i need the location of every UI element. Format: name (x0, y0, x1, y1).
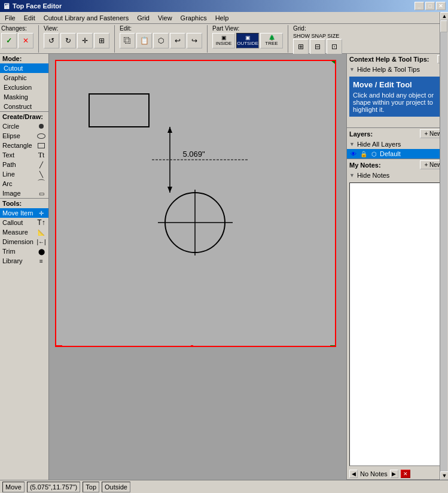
context-help-section: Context Help & Tool Tips: ▲ ▼ Hide Help … (347, 54, 448, 128)
hide-all-layers-label: Hide All Layers (357, 141, 401, 148)
tree-label: TREE (265, 41, 278, 46)
canvas-area[interactable]: 5.069" (49, 54, 346, 480)
hide-help-row[interactable]: ▼ Hide Help & Tool Tips (347, 65, 448, 74)
paste-button[interactable]: 📋 (136, 33, 152, 48)
status-coords-text: (5.075",11.757") (30, 483, 77, 491)
layers-title: Layers: (349, 130, 373, 138)
outside-label: OUTSIDE (237, 41, 258, 46)
grid-snap-button[interactable]: ⊟ (310, 39, 325, 54)
menu-view[interactable]: View (154, 13, 176, 23)
undo-button[interactable]: ↩ (170, 33, 185, 48)
draw-path[interactable]: Path ╱ (0, 160, 48, 169)
notes-nav-back[interactable]: ◀ (349, 470, 358, 478)
layers-header: Layers: + New (347, 128, 448, 139)
minimize-button[interactable]: _ (415, 2, 424, 10)
scroll-down-button[interactable]: ▼ (440, 471, 448, 480)
image-icon: ▭ (36, 189, 46, 197)
tool-dimension[interactable]: Dimension |←| (0, 237, 48, 246)
status-side: Outside (102, 482, 130, 492)
toolbar: Changes: ✓ ✕ View: ↺ ↻ ✛ ⊞ Edit: ⿻ 📋 ⬡ ↩… (0, 24, 448, 54)
mode-cutout[interactable]: Cutout (0, 63, 48, 73)
mode-exclusion[interactable]: Exclusion (0, 83, 48, 92)
notes-close-button[interactable]: ✕ (401, 470, 410, 478)
notes-text-area[interactable] (349, 182, 446, 466)
fit-button[interactable]: ⊞ (94, 33, 109, 48)
view-label: View: (44, 25, 109, 32)
layers-section: Layers: + New ▼ Hide All Layers 👁 🔒 ⬡ De… (347, 128, 448, 159)
copy-button[interactable]: ⿻ (120, 33, 135, 48)
draw-image[interactable]: Image ▭ (0, 188, 48, 198)
text-label: Text (2, 151, 14, 159)
rotate-cw-button[interactable]: ↻ (60, 33, 76, 48)
layer-row-default[interactable]: 👁 🔒 ⬡ Default (347, 149, 448, 159)
tool-callout[interactable]: Callout T↑ (0, 218, 48, 227)
canvas-rectangle (89, 94, 149, 127)
layer-lock-icon[interactable]: 🔒 (359, 150, 368, 158)
drawing-canvas[interactable]: 5.069" (55, 60, 336, 347)
menubar: File Edit Cutout Library and Fasteners G… (0, 12, 448, 24)
mode-construct[interactable]: Construct (0, 102, 48, 111)
mode-masking[interactable]: Masking (0, 92, 48, 102)
create-section: Create/Draw: Circle Elipse Rectangle Tex… (0, 112, 48, 198)
inside-button[interactable]: ▣ INSIDE (212, 33, 235, 48)
draw-rectangle[interactable]: Rectangle (0, 141, 48, 150)
left-panel: Mode: Cutout Graphic Exclusion Masking C… (0, 54, 49, 480)
draw-circle[interactable]: Circle (0, 121, 48, 131)
tree-button[interactable]: 🌲 TREE (260, 33, 283, 48)
edit-buttons: ⿻ 📋 ⬡ ↩ ↪ (120, 33, 202, 48)
measure-label: Measure (2, 229, 28, 236)
toolbar-partview-group: Part View: ▣ INSIDE ▣ OUTSIDE 🌲 TREE (212, 25, 288, 53)
titlebar-buttons: _ □ ✕ (415, 2, 446, 10)
draw-elipse[interactable]: Elipse (0, 131, 48, 141)
notes-title: My Notes: (349, 162, 381, 169)
notes-header: My Notes: + New (347, 159, 448, 171)
scroll-thumb[interactable] (440, 20, 447, 32)
corner-marker-bl (56, 345, 62, 346)
right-panel: Context Help & Tool Tips: ▲ ▼ Hide Help … (346, 54, 448, 480)
notes-nav-forward[interactable]: ▶ (390, 470, 398, 478)
arc-label: Arc (2, 180, 13, 187)
scroll-up-button[interactable]: ▲ (440, 12, 448, 20)
hide-help-triangle: ▼ (349, 66, 355, 72)
draw-line[interactable]: Line ╲ (0, 169, 48, 179)
rotate-ccw-button[interactable]: ↺ (44, 33, 59, 48)
cancel-icon: ✕ (23, 36, 29, 45)
menu-file[interactable]: File (1, 13, 19, 23)
mode-label: Mode: (0, 54, 48, 63)
canvas-svg: 5.069" (56, 61, 335, 346)
tool-move-item[interactable]: Move Item ✛ (0, 208, 48, 218)
redo-button[interactable]: ↪ (187, 33, 202, 48)
draw-text[interactable]: Text Tt (0, 150, 48, 160)
hide-notes-row[interactable]: ▼ Hide Notes (347, 171, 448, 180)
tool-trim[interactable]: Trim ⬤ (0, 246, 48, 256)
confirm-button[interactable]: ✓ (1, 33, 17, 48)
circle-label: Circle (2, 123, 19, 130)
menu-edit[interactable]: Edit (20, 13, 39, 23)
hide-all-layers-row[interactable]: ▼ Hide All Layers (347, 139, 448, 149)
menu-cutout-library[interactable]: Cutout Library and Fasteners (40, 13, 132, 23)
edit3-button[interactable]: ⬡ (153, 33, 169, 48)
cancel-button[interactable]: ✕ (18, 33, 33, 48)
menu-help[interactable]: Help (212, 13, 233, 23)
dim-arrow-bottom (167, 187, 172, 193)
layer-visible-icon[interactable]: 👁 (349, 150, 358, 158)
measure-icon: 📐 (36, 228, 46, 236)
menu-grid[interactable]: Grid (133, 13, 153, 23)
outside-button[interactable]: ▣ OUTSIDE (236, 33, 259, 48)
line-label: Line (2, 171, 15, 178)
menu-graphics[interactable]: Graphics (177, 13, 211, 23)
path-label: Path (2, 161, 16, 168)
maximize-button[interactable]: □ (425, 2, 435, 10)
grid-sub: SHOW SNAP SIZE (293, 33, 342, 39)
inside-label: INSIDE (216, 41, 232, 46)
layer-type-icon: ⬡ (370, 150, 378, 158)
grid-show-button[interactable]: ⊞ (293, 39, 309, 54)
draw-arc[interactable]: Arc ⌒ (0, 179, 48, 188)
close-button[interactable]: ✕ (436, 2, 446, 10)
tool-measure[interactable]: Measure 📐 (0, 227, 48, 237)
notes-section: My Notes: + New ▼ Hide Notes ◀ No Notes … (347, 159, 448, 480)
grid-size-button[interactable]: ⊡ (327, 39, 342, 54)
tool-library[interactable]: Library ≡ (0, 256, 48, 266)
mode-graphic[interactable]: Graphic (0, 73, 48, 83)
move-button[interactable]: ✛ (77, 33, 93, 48)
